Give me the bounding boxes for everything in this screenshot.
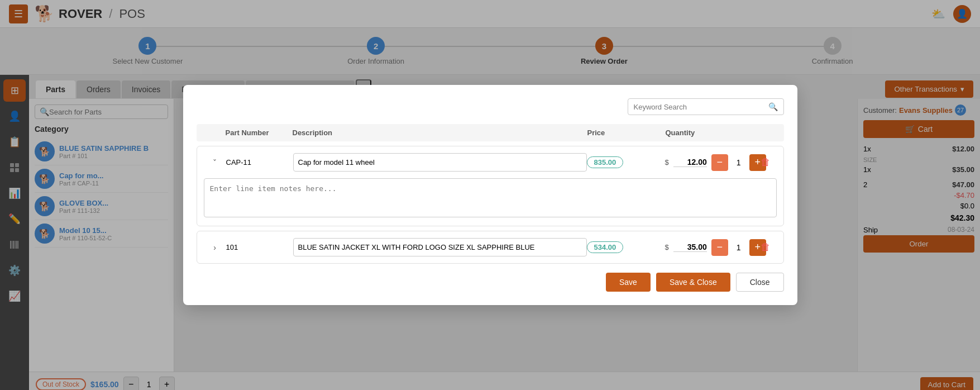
col-chevron <box>203 129 226 137</box>
col-part-number: Part Number <box>226 129 293 137</box>
row-1-stock-badge: 835.00 <box>587 156 624 168</box>
col-description: Description <box>293 129 587 137</box>
save-close-button[interactable]: Save & Close <box>656 273 730 292</box>
modal-footer: Save Save & Close Close <box>197 273 784 292</box>
modal-row-2: › 101 534.00 $ − 1 + 🗑 <box>197 231 784 264</box>
modal-row-2-main: › 101 534.00 $ − 1 + 🗑 <box>197 231 783 263</box>
row-2-stock-badge: 534.00 <box>587 241 624 253</box>
row-2-description-input[interactable] <box>293 238 587 256</box>
keyword-search-input[interactable] <box>634 103 768 111</box>
close-button[interactable]: Close <box>736 273 784 292</box>
row-2-qty-decrement[interactable]: − <box>711 239 728 256</box>
search-magnifier-icon: 🔍 <box>768 102 778 111</box>
row-2-delete-button[interactable]: 🗑 <box>754 241 777 253</box>
row-1-delete-button[interactable]: 🗑 <box>754 156 777 168</box>
col-price: Price <box>587 129 666 137</box>
row-1-price-label: $ <box>665 158 669 167</box>
row-2-expand-button[interactable]: › <box>204 243 226 252</box>
modal-search-box[interactable]: 🔍 <box>628 98 784 115</box>
modal-row-1: ˅ CAP-11 835.00 $ − 1 + 🗑 <box>197 146 784 226</box>
row-1-qty-decrement[interactable]: − <box>711 154 728 171</box>
modal-table-header: Part Number Description Price Quantity <box>197 124 784 141</box>
modal-row-1-main: ˅ CAP-11 835.00 $ − 1 + 🗑 <box>197 146 783 178</box>
row-2-price-input[interactable] <box>673 242 707 252</box>
row-1-description <box>293 153 587 172</box>
row-1-expand-button[interactable]: ˅ <box>204 158 226 167</box>
col-actions <box>755 129 777 137</box>
row-1-part-number: CAP-11 <box>226 158 293 167</box>
row-1-qty-value: 1 <box>730 158 747 167</box>
row-2-stock: 534.00 <box>587 241 665 253</box>
modal-row-1-notes <box>197 178 783 226</box>
save-button[interactable]: Save <box>606 273 651 292</box>
row-1-stock: 835.00 <box>587 156 665 168</box>
modal: 🔍 Part Number Description Price Quantity… <box>183 85 797 305</box>
row-2-part-number: 101 <box>226 243 293 251</box>
row-2-description <box>293 238 587 256</box>
row-1-notes-input[interactable] <box>204 178 777 217</box>
row-1-price-qty: $ − 1 + <box>665 154 754 171</box>
col-quantity: Quantity <box>666 129 755 137</box>
row-2-price-label: $ <box>665 243 669 251</box>
row-2-qty-value: 1 <box>730 243 747 252</box>
row-1-description-input[interactable] <box>293 153 587 172</box>
row-2-price-qty: $ − 1 + <box>665 239 754 256</box>
row-1-price-input[interactable] <box>673 158 707 167</box>
modal-overlay: 🔍 Part Number Description Price Quantity… <box>0 0 980 390</box>
modal-search-area: 🔍 <box>197 98 784 115</box>
